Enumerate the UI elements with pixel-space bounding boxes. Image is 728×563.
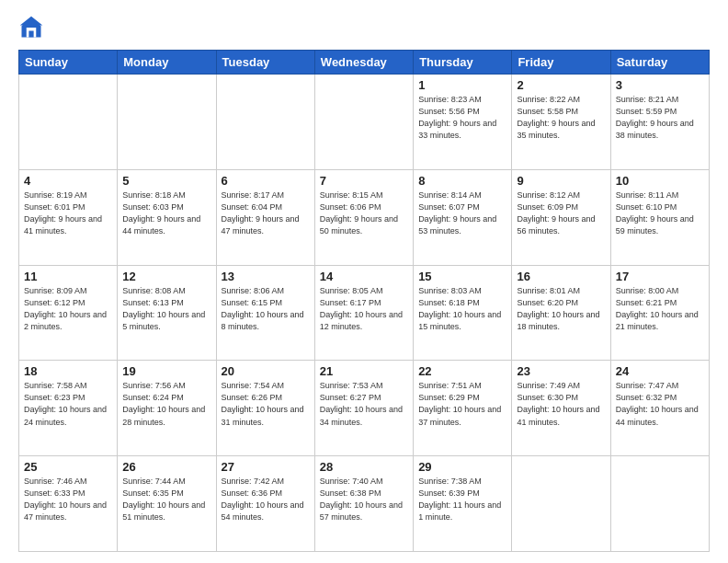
calendar-cell: 28Sunrise: 7:40 AMSunset: 6:38 PMDayligh… <box>314 456 413 552</box>
calendar-weekday-tuesday: Tuesday <box>216 51 314 75</box>
day-info: Sunrise: 7:58 AMSunset: 6:23 PMDaylight:… <box>24 380 112 428</box>
day-number: 21 <box>320 364 408 378</box>
day-number: 22 <box>418 364 506 378</box>
calendar-weekday-monday: Monday <box>118 51 216 75</box>
calendar-cell: 24Sunrise: 7:47 AMSunset: 6:32 PMDayligh… <box>610 361 709 456</box>
day-number: 23 <box>517 364 605 378</box>
day-number: 4 <box>24 174 112 188</box>
day-info: Sunrise: 8:21 AMSunset: 5:59 PMDaylight:… <box>616 94 704 142</box>
logo-icon <box>18 15 44 40</box>
day-info: Sunrise: 7:47 AMSunset: 6:32 PMDaylight:… <box>616 380 704 428</box>
day-number: 24 <box>616 364 704 378</box>
calendar-cell: 1Sunrise: 8:23 AMSunset: 5:56 PMDaylight… <box>414 75 512 170</box>
day-number: 8 <box>418 174 506 188</box>
calendar-weekday-sunday: Sunday <box>19 51 118 75</box>
day-number: 16 <box>517 270 605 283</box>
calendar-cell: 5Sunrise: 8:18 AMSunset: 6:03 PMDaylight… <box>118 169 216 265</box>
day-info: Sunrise: 7:49 AMSunset: 6:30 PMDaylight:… <box>517 380 605 428</box>
day-number: 1 <box>418 78 506 92</box>
calendar-cell: 18Sunrise: 7:58 AMSunset: 6:23 PMDayligh… <box>19 361 118 456</box>
svg-rect-3 <box>28 31 33 38</box>
day-number: 18 <box>24 364 112 378</box>
calendar-week-1: 1Sunrise: 8:23 AMSunset: 5:56 PMDaylight… <box>19 75 710 170</box>
day-info: Sunrise: 8:08 AMSunset: 6:13 PMDaylight:… <box>122 285 210 333</box>
day-info: Sunrise: 8:11 AMSunset: 6:10 PMDaylight:… <box>616 190 704 237</box>
calendar-cell: 4Sunrise: 8:19 AMSunset: 6:01 PMDaylight… <box>19 169 118 265</box>
calendar-cell: 15Sunrise: 8:03 AMSunset: 6:18 PMDayligh… <box>414 265 512 361</box>
day-number: 25 <box>24 460 112 474</box>
day-info: Sunrise: 7:51 AMSunset: 6:29 PMDaylight:… <box>418 380 506 428</box>
header <box>18 15 710 40</box>
day-info: Sunrise: 7:46 AMSunset: 6:33 PMDaylight:… <box>24 476 112 523</box>
page: SundayMondayTuesdayWednesdayThursdayFrid… <box>0 0 728 563</box>
calendar-cell: 19Sunrise: 7:56 AMSunset: 6:24 PMDayligh… <box>118 361 216 456</box>
day-info: Sunrise: 8:09 AMSunset: 6:12 PMDaylight:… <box>24 285 112 333</box>
day-number: 26 <box>122 460 210 474</box>
day-info: Sunrise: 8:15 AMSunset: 6:06 PMDaylight:… <box>320 190 408 237</box>
calendar-cell <box>610 456 709 552</box>
day-info: Sunrise: 8:06 AMSunset: 6:15 PMDaylight:… <box>222 285 310 333</box>
day-info: Sunrise: 8:17 AMSunset: 6:04 PMDaylight:… <box>222 190 310 237</box>
calendar-cell: 17Sunrise: 8:00 AMSunset: 6:21 PMDayligh… <box>610 265 709 361</box>
calendar-week-5: 25Sunrise: 7:46 AMSunset: 6:33 PMDayligh… <box>19 456 710 552</box>
day-number: 5 <box>122 174 210 188</box>
day-info: Sunrise: 7:56 AMSunset: 6:24 PMDaylight:… <box>122 380 210 428</box>
calendar-cell: 20Sunrise: 7:54 AMSunset: 6:26 PMDayligh… <box>216 361 314 456</box>
day-number: 14 <box>320 270 408 283</box>
day-number: 17 <box>616 270 704 283</box>
day-info: Sunrise: 7:53 AMSunset: 6:27 PMDaylight:… <box>320 380 408 428</box>
day-info: Sunrise: 8:05 AMSunset: 6:17 PMDaylight:… <box>320 285 408 333</box>
calendar-weekday-friday: Friday <box>512 51 610 75</box>
calendar-cell: 27Sunrise: 7:42 AMSunset: 6:36 PMDayligh… <box>216 456 314 552</box>
calendar-cell: 8Sunrise: 8:14 AMSunset: 6:07 PMDaylight… <box>414 169 512 265</box>
day-number: 29 <box>418 460 506 474</box>
calendar-weekday-wednesday: Wednesday <box>314 51 413 75</box>
calendar-header-row: SundayMondayTuesdayWednesdayThursdayFrid… <box>19 51 710 75</box>
calendar-cell: 29Sunrise: 7:38 AMSunset: 6:39 PMDayligh… <box>414 456 512 552</box>
calendar-cell: 21Sunrise: 7:53 AMSunset: 6:27 PMDayligh… <box>314 361 413 456</box>
calendar-cell: 23Sunrise: 7:49 AMSunset: 6:30 PMDayligh… <box>512 361 610 456</box>
day-info: Sunrise: 7:54 AMSunset: 6:26 PMDaylight:… <box>222 380 310 428</box>
calendar-week-4: 18Sunrise: 7:58 AMSunset: 6:23 PMDayligh… <box>19 361 710 456</box>
calendar-cell: 13Sunrise: 8:06 AMSunset: 6:15 PMDayligh… <box>216 265 314 361</box>
day-number: 12 <box>122 270 210 283</box>
calendar-weekday-thursday: Thursday <box>414 51 512 75</box>
calendar-cell: 16Sunrise: 8:01 AMSunset: 6:20 PMDayligh… <box>512 265 610 361</box>
day-number: 20 <box>222 364 310 378</box>
calendar-weekday-saturday: Saturday <box>610 51 709 75</box>
day-info: Sunrise: 7:40 AMSunset: 6:38 PMDaylight:… <box>320 476 408 523</box>
calendar-cell: 26Sunrise: 7:44 AMSunset: 6:35 PMDayligh… <box>118 456 216 552</box>
day-number: 13 <box>222 270 310 283</box>
day-number: 9 <box>517 174 605 188</box>
calendar-cell <box>512 456 610 552</box>
day-info: Sunrise: 8:12 AMSunset: 6:09 PMDaylight:… <box>517 190 605 237</box>
calendar-table: SundayMondayTuesdayWednesdayThursdayFrid… <box>18 50 710 552</box>
calendar-cell <box>216 75 314 170</box>
day-number: 11 <box>24 270 112 283</box>
day-info: Sunrise: 8:00 AMSunset: 6:21 PMDaylight:… <box>616 285 704 333</box>
day-info: Sunrise: 7:44 AMSunset: 6:35 PMDaylight:… <box>122 476 210 523</box>
day-info: Sunrise: 8:03 AMSunset: 6:18 PMDaylight:… <box>418 285 506 333</box>
day-info: Sunrise: 8:01 AMSunset: 6:20 PMDaylight:… <box>517 285 605 333</box>
calendar-cell: 6Sunrise: 8:17 AMSunset: 6:04 PMDaylight… <box>216 169 314 265</box>
day-info: Sunrise: 8:19 AMSunset: 6:01 PMDaylight:… <box>24 190 112 237</box>
calendar-cell <box>314 75 413 170</box>
calendar-week-3: 11Sunrise: 8:09 AMSunset: 6:12 PMDayligh… <box>19 265 710 361</box>
day-info: Sunrise: 8:22 AMSunset: 5:58 PMDaylight:… <box>517 94 605 142</box>
calendar-cell: 22Sunrise: 7:51 AMSunset: 6:29 PMDayligh… <box>414 361 512 456</box>
day-info: Sunrise: 8:14 AMSunset: 6:07 PMDaylight:… <box>418 190 506 237</box>
day-info: Sunrise: 7:38 AMSunset: 6:39 PMDaylight:… <box>418 476 506 523</box>
calendar-body: 1Sunrise: 8:23 AMSunset: 5:56 PMDaylight… <box>19 75 710 552</box>
day-number: 10 <box>616 174 704 188</box>
calendar-week-2: 4Sunrise: 8:19 AMSunset: 6:01 PMDaylight… <box>19 169 710 265</box>
day-number: 27 <box>222 460 310 474</box>
day-info: Sunrise: 8:18 AMSunset: 6:03 PMDaylight:… <box>122 190 210 237</box>
calendar-cell <box>118 75 216 170</box>
day-number: 19 <box>122 364 210 378</box>
calendar-cell: 9Sunrise: 8:12 AMSunset: 6:09 PMDaylight… <box>512 169 610 265</box>
calendar-cell: 14Sunrise: 8:05 AMSunset: 6:17 PMDayligh… <box>314 265 413 361</box>
day-number: 3 <box>616 78 704 92</box>
day-number: 2 <box>517 78 605 92</box>
calendar-cell: 25Sunrise: 7:46 AMSunset: 6:33 PMDayligh… <box>19 456 118 552</box>
day-number: 15 <box>418 270 506 283</box>
